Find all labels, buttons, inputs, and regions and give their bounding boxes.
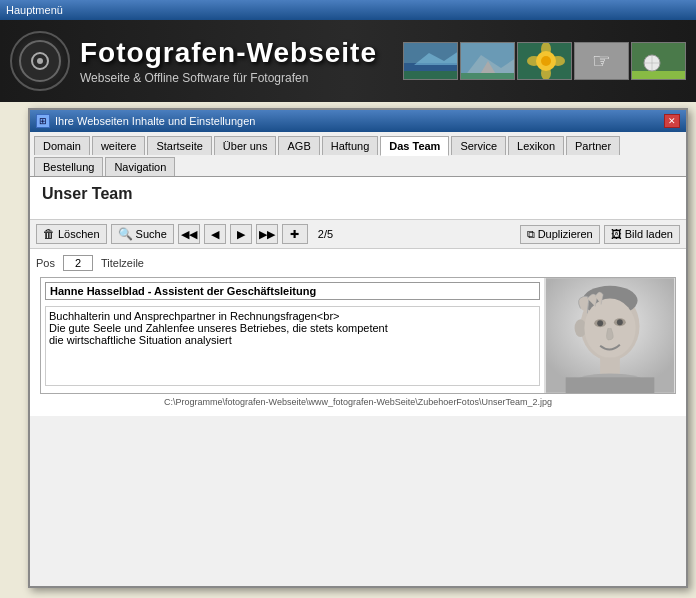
tab-ueber-uns[interactable]: Über uns bbox=[214, 136, 277, 155]
file-path: C:\Programme\fotografen-Webseite\www_fot… bbox=[36, 394, 680, 410]
white-content-area: Unser Team bbox=[30, 177, 686, 219]
nav-first-button[interactable]: ◀◀ bbox=[178, 224, 200, 244]
banner-subtitle: Webseite & Offline Software für Fotograf… bbox=[80, 71, 403, 85]
record-left: Buchhalterin und Ansprechpartner in Rech… bbox=[41, 278, 545, 393]
banner-img-landscape bbox=[403, 42, 458, 80]
app-title-bar: Hauptmenü bbox=[0, 0, 696, 20]
tab-domain[interactable]: Domain bbox=[34, 136, 90, 155]
pos-field[interactable] bbox=[63, 255, 93, 271]
banner-img-hand: ☞ bbox=[574, 42, 629, 80]
banner-img-mountain bbox=[460, 42, 515, 80]
search-icon: 🔍 bbox=[118, 227, 133, 241]
tab-partner[interactable]: Partner bbox=[566, 136, 620, 155]
dialog-icon: ⊞ bbox=[36, 114, 50, 128]
svg-rect-6 bbox=[404, 71, 458, 80]
tabs-container: Domain weitere Startseite Über uns AGB H… bbox=[30, 132, 686, 177]
dialog-window: ⊞ Ihre Webseiten Inhalte und Einstellung… bbox=[28, 108, 688, 588]
section-title: Unser Team bbox=[42, 185, 674, 203]
tab-agb[interactable]: AGB bbox=[278, 136, 319, 155]
record-title-input[interactable] bbox=[45, 282, 540, 300]
pos-label: Pos bbox=[36, 257, 55, 269]
banner: Fotografen-Webseite Webseite & Offline S… bbox=[0, 20, 696, 102]
duplicate-label: Duplizieren bbox=[538, 228, 593, 240]
dialog-title-bar: ⊞ Ihre Webseiten Inhalte und Einstellung… bbox=[30, 110, 686, 132]
banner-img-flower bbox=[517, 42, 572, 80]
title-field-label: Titelzeile bbox=[101, 257, 144, 269]
banner-img-sports bbox=[631, 42, 686, 80]
record-text-area[interactable]: Buchhalterin und Ansprechpartner in Rech… bbox=[45, 306, 540, 386]
load-image-icon: 🖼 bbox=[611, 228, 622, 240]
svg-point-2 bbox=[37, 58, 43, 64]
load-image-label: Bild laden bbox=[625, 228, 673, 240]
tab-navigation[interactable]: Navigation bbox=[105, 157, 175, 176]
nav-next-button[interactable]: ▶ bbox=[230, 224, 252, 244]
record-header: Pos Titelzeile bbox=[36, 255, 680, 271]
delete-button[interactable]: 🗑 Löschen bbox=[36, 224, 107, 244]
tab-bestellung[interactable]: Bestellung bbox=[34, 157, 103, 176]
banner-logo-area: Fotografen-Webseite Webseite & Offline S… bbox=[10, 31, 403, 91]
search-label: Suche bbox=[136, 228, 167, 240]
dialog-title-left: ⊞ Ihre Webseiten Inhalte und Einstellung… bbox=[36, 114, 255, 128]
app-title: Hauptmenü bbox=[6, 4, 63, 16]
toolbar: 🗑 Löschen 🔍 Suche ◀◀ ◀ ▶ ▶▶ ✚ 2/5 ⧉ Dupl… bbox=[30, 219, 686, 249]
record-card: Buchhalterin und Ansprechpartner in Rech… bbox=[40, 277, 676, 394]
banner-images: ☞ bbox=[403, 42, 686, 80]
toolbar-right: ⧉ Duplizieren 🖼 Bild laden bbox=[520, 225, 680, 244]
banner-text-block: Fotografen-Webseite Webseite & Offline S… bbox=[80, 37, 403, 85]
record-right bbox=[545, 278, 675, 393]
team-photo bbox=[546, 278, 674, 393]
load-image-button[interactable]: 🖼 Bild laden bbox=[604, 225, 680, 244]
duplicate-button[interactable]: ⧉ Duplizieren bbox=[520, 225, 600, 244]
dialog-title: Ihre Webseiten Inhalte und Einstellungen bbox=[55, 115, 255, 127]
close-button[interactable]: ✕ bbox=[664, 114, 680, 128]
delete-icon: 🗑 bbox=[43, 227, 55, 241]
tab-haftung[interactable]: Haftung bbox=[322, 136, 379, 155]
tab-lexikon[interactable]: Lexikon bbox=[508, 136, 564, 155]
search-button[interactable]: 🔍 Suche bbox=[111, 224, 174, 244]
svg-point-33 bbox=[597, 320, 603, 326]
svg-rect-37 bbox=[566, 377, 655, 393]
nav-last-button[interactable]: ▶▶ bbox=[256, 224, 278, 244]
delete-label: Löschen bbox=[58, 228, 100, 240]
svg-rect-21 bbox=[632, 71, 686, 80]
record-area: Pos Titelzeile Buchhalterin und Ansprech… bbox=[30, 249, 686, 416]
tab-weitere[interactable]: weitere bbox=[92, 136, 145, 155]
dialog-inner: Domain weitere Startseite Über uns AGB H… bbox=[30, 132, 686, 586]
page-indicator: 2/5 bbox=[312, 226, 339, 242]
tab-startseite[interactable]: Startseite bbox=[147, 136, 211, 155]
banner-circle-logo bbox=[10, 31, 70, 91]
svg-text:☞: ☞ bbox=[592, 49, 611, 72]
tab-das-team[interactable]: Das Team bbox=[380, 136, 449, 156]
svg-point-16 bbox=[527, 56, 541, 66]
nav-new-button[interactable]: ✚ bbox=[282, 224, 308, 244]
svg-point-34 bbox=[617, 319, 623, 325]
nav-prev-button[interactable]: ◀ bbox=[204, 224, 226, 244]
duplicate-icon: ⧉ bbox=[527, 228, 535, 241]
svg-point-13 bbox=[541, 56, 551, 66]
svg-rect-10 bbox=[461, 73, 515, 80]
tab-service[interactable]: Service bbox=[451, 136, 506, 155]
svg-point-15 bbox=[541, 66, 551, 80]
banner-title: Fotografen-Webseite bbox=[80, 37, 403, 69]
svg-point-17 bbox=[551, 56, 565, 66]
